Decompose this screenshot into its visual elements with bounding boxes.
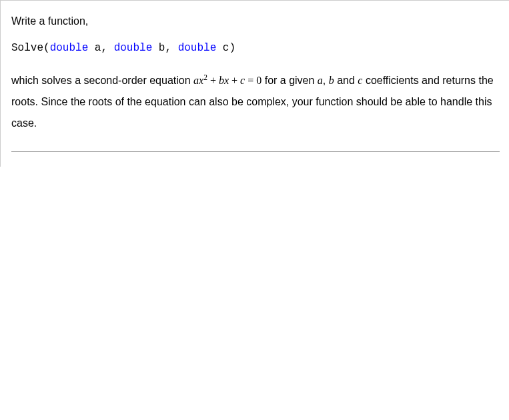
param-b: b (152, 42, 165, 54)
paren-close: ) (229, 42, 235, 54)
var-b: b (329, 75, 334, 86)
text-3: , (323, 75, 329, 86)
eq-plus-1: + (207, 75, 219, 86)
keyword-double-1: double (50, 42, 89, 54)
text-2: for a given (262, 75, 318, 86)
paren-open: ( (43, 42, 50, 54)
keyword-double-3: double (178, 42, 217, 54)
eq-b: b (219, 75, 224, 86)
intro-line: Write a function, (11, 15, 500, 27)
eq-x2: x (224, 75, 229, 86)
document-page: Write a function, Solve(double a, double… (0, 0, 509, 167)
eq-a: a (193, 75, 199, 86)
keyword-double-2: double (114, 42, 153, 54)
description-paragraph: which solves a second-order equation ax2… (11, 70, 500, 134)
param-c: c (216, 42, 229, 54)
sep-1: , (101, 42, 113, 54)
function-signature: Solve(double a, double b, double c) (11, 42, 500, 54)
text-4: and (334, 75, 358, 86)
param-a: a (88, 42, 101, 54)
eq-plus-2: + (229, 75, 240, 86)
text-1: which solves a second-order equation (11, 75, 193, 86)
sep-2: , (165, 42, 177, 54)
problem-statement: Write a function, Solve(double a, double… (11, 15, 500, 152)
fn-name: Solve (11, 42, 43, 54)
eq-equals-zero: = 0 (245, 75, 262, 86)
var-a: a (318, 75, 323, 86)
